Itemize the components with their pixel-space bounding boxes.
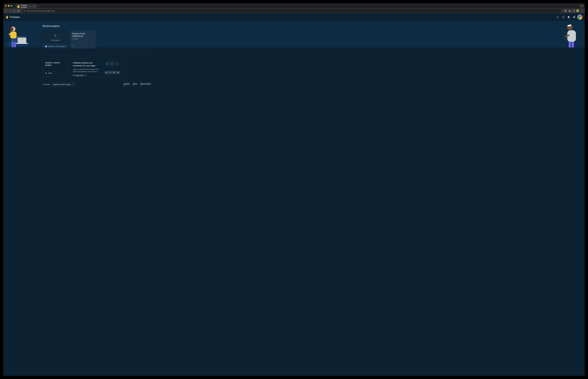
svg-rect-4 xyxy=(574,10,574,12)
add-project-card: + Add project Explore a demo project xyxy=(43,31,68,48)
svg-point-41 xyxy=(113,72,114,72)
project-id: crx-push xyxy=(70,38,96,40)
ios-icon: iOS+ xyxy=(48,72,52,74)
tab-close-icon[interactable]: ✕ xyxy=(34,5,35,7)
labs-button[interactable] xyxy=(568,9,572,13)
back-button[interactable] xyxy=(4,9,8,13)
svg-rect-37 xyxy=(106,72,106,73)
lower-cards-row: Explore a demo project iOS+ Firebase pro… xyxy=(43,59,151,77)
page-viewport: Firebase ? Recent proj xyxy=(3,13,585,376)
svg-rect-11 xyxy=(15,43,28,44)
notifications-button[interactable] xyxy=(572,15,576,19)
compass-icon xyxy=(45,46,47,47)
learn-more-text: Learn more xyxy=(75,74,84,76)
add-project-label: Add project xyxy=(51,39,60,41)
theme-toggle-button[interactable] xyxy=(556,15,560,19)
android-chip-icon xyxy=(106,62,109,66)
main-content: Recent projects + Add project Explore a … xyxy=(43,21,151,87)
svg-point-42 xyxy=(114,72,115,72)
ios-chip-icon: iOS+ xyxy=(110,62,114,66)
svg-line-31 xyxy=(557,18,557,18)
profile-button[interactable] xyxy=(576,9,580,13)
hero-illustration-left xyxy=(5,22,32,47)
firebase-logo-icon xyxy=(6,15,8,19)
language-value: English (United States) xyxy=(53,83,71,85)
support-link[interactable]: Support xyxy=(124,83,130,86)
extensions-button[interactable] xyxy=(564,9,567,13)
web-chip-icon: </> xyxy=(115,62,119,66)
forward-button[interactable] xyxy=(8,9,12,13)
firebase-brand-text: Firebase xyxy=(10,16,20,19)
svg-text:?: ? xyxy=(563,16,563,18)
svg-rect-20 xyxy=(569,42,571,47)
demo-card-title: Explore a demo project xyxy=(45,62,65,66)
browser-tab[interactable]: Firebase console ✕ xyxy=(16,4,37,9)
svg-rect-10 xyxy=(18,38,26,43)
gear-icon xyxy=(109,71,111,73)
home-button[interactable] xyxy=(16,9,20,13)
svg-point-40 xyxy=(110,72,110,73)
svg-line-32 xyxy=(558,16,558,16)
svg-point-7 xyxy=(582,11,582,12)
android-icon xyxy=(45,72,47,74)
svg-point-5 xyxy=(582,10,582,10)
svg-rect-35 xyxy=(568,16,569,18)
info-card: Firebase projects are containers for you… xyxy=(70,59,124,77)
svg-rect-21 xyxy=(572,42,574,47)
analytics-icon xyxy=(105,71,107,73)
tab-bar: Firebase console ✕ + ⌄ xyxy=(3,3,585,8)
reload-button[interactable] xyxy=(13,9,16,13)
new-tab-button[interactable]: + xyxy=(38,5,39,7)
add-project-button[interactable]: + Add project xyxy=(43,31,68,44)
svg-rect-15 xyxy=(12,42,14,47)
users-icon xyxy=(113,71,115,73)
google-account-button[interactable] xyxy=(577,15,582,19)
project-card[interactable]: Chrome Push notifications crx-push </> xyxy=(70,31,96,48)
terms-link[interactable]: Terms xyxy=(133,83,138,86)
site-info-icon[interactable] xyxy=(23,10,25,12)
url-text: https://console.firebase.google.com/ xyxy=(27,10,55,12)
learn-more-link[interactable]: Learn more xyxy=(73,74,87,76)
info-card-desc: Apps in a project share features like Re… xyxy=(73,68,102,73)
firebase-brand[interactable]: Firebase xyxy=(6,15,20,19)
demo-project-card[interactable]: Explore a demo project iOS+ xyxy=(43,59,68,77)
language-select[interactable]: English (United States) ▾ xyxy=(51,82,75,87)
window-controls xyxy=(5,5,12,7)
tabs-dropdown-button[interactable]: ⌄ xyxy=(580,4,584,7)
window-minimize-button[interactable] xyxy=(8,5,10,7)
info-diagram: iOS+ </> xyxy=(104,62,121,74)
project-platform-icon: </> xyxy=(70,44,96,48)
address-bar[interactable]: https://console.firebase.google.com/ xyxy=(22,9,561,13)
explore-demo-link[interactable]: Explore a demo project xyxy=(43,44,68,48)
external-link-icon xyxy=(85,75,87,76)
page-footer: Language English (United States) ▾ Suppo… xyxy=(43,82,151,87)
svg-point-24 xyxy=(557,17,558,17)
svg-rect-38 xyxy=(106,72,107,73)
side-panel-button[interactable] xyxy=(572,9,575,13)
external-link-icon xyxy=(133,85,138,86)
project-title: Chrome Push notifications xyxy=(70,31,96,38)
divider xyxy=(43,55,151,55)
language-label: Language xyxy=(43,83,50,85)
chevron-down-icon: ▾ xyxy=(73,83,74,85)
svg-rect-39 xyxy=(107,72,107,73)
svg-line-30 xyxy=(558,18,558,18)
docs-button[interactable] xyxy=(567,15,571,19)
cloud-icon xyxy=(117,71,119,73)
firebase-header: Firebase ? xyxy=(3,13,585,21)
svg-line-29 xyxy=(557,16,557,16)
help-button[interactable]: ? xyxy=(561,15,565,19)
window-close-button[interactable] xyxy=(5,5,7,7)
info-card-title: Firebase projects are containers for you… xyxy=(73,62,102,67)
project-cards-row: + Add project Explore a demo project Chr… xyxy=(43,31,151,48)
svg-point-6 xyxy=(582,11,582,11)
window-zoom-button[interactable] xyxy=(11,5,12,7)
svg-rect-13 xyxy=(10,32,16,38)
notification-dot-icon xyxy=(574,16,575,17)
chrome-menu-button[interactable] xyxy=(580,9,584,13)
plus-icon: + xyxy=(54,33,57,38)
external-link-icon xyxy=(140,85,151,86)
firebase-favicon-icon xyxy=(17,5,20,8)
privacy-link[interactable]: Privacy Policy xyxy=(140,83,151,86)
svg-rect-16 xyxy=(14,42,16,47)
